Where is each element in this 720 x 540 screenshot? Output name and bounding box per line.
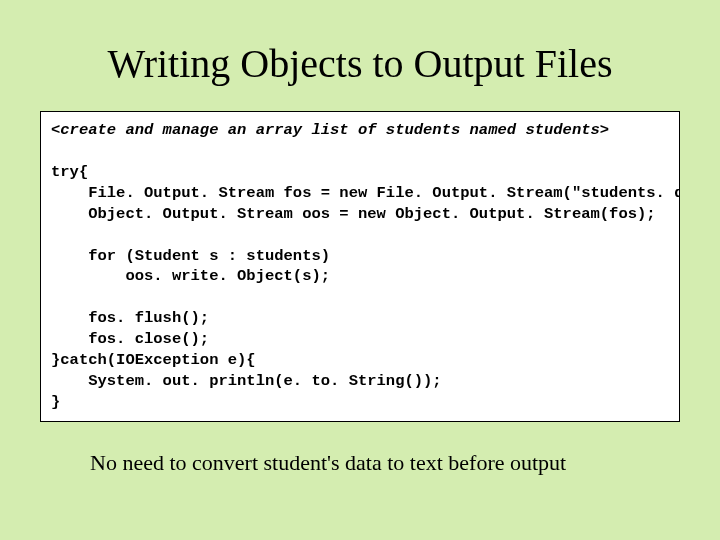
code-line: oos. write. Object(s); — [51, 267, 330, 285]
slide-title: Writing Objects to Output Files — [40, 40, 680, 87]
code-comment: <create and manage an array list of stud… — [51, 121, 609, 139]
code-line: for (Student s : students) — [51, 247, 330, 265]
code-line: File. Output. Stream fos = new File. Out… — [51, 184, 680, 202]
code-line: Object. Output. Stream oos = new Object.… — [51, 205, 656, 223]
code-line: fos. flush(); — [51, 309, 209, 327]
code-line: try{ — [51, 163, 88, 181]
code-line: }catch(IOException e){ — [51, 351, 256, 369]
code-line: System. out. println(e. to. String()); — [51, 372, 442, 390]
code-block: <create and manage an array list of stud… — [40, 111, 680, 422]
slide: Writing Objects to Output Files <create … — [0, 0, 720, 540]
code-line: fos. close(); — [51, 330, 209, 348]
footer-note: No need to convert student's data to tex… — [90, 450, 680, 476]
code-line: } — [51, 393, 60, 411]
